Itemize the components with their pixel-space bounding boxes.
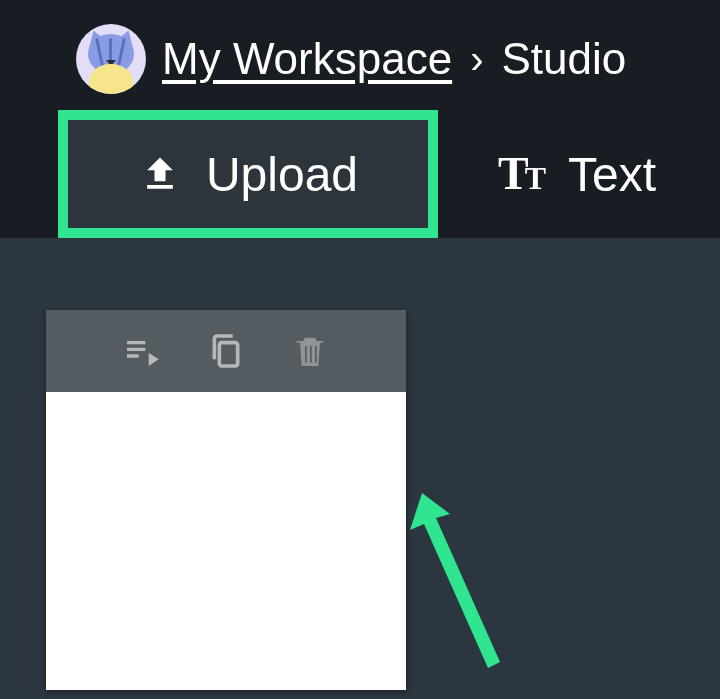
upload-tab-highlight: Upload [58, 110, 438, 238]
svg-marker-1 [410, 493, 500, 668]
content-card[interactable] [46, 310, 406, 690]
tab-upload[interactable]: Upload [68, 120, 428, 228]
breadcrumb: My Workspace › Studio [76, 24, 626, 94]
workspace-avatar[interactable] [76, 24, 146, 94]
upload-icon [138, 152, 182, 196]
text-format-icon: TT [498, 151, 546, 197]
breadcrumb-current: Studio [501, 34, 626, 84]
svg-rect-0 [219, 343, 237, 366]
breadcrumb-separator: › [470, 37, 483, 82]
copy-icon [206, 331, 246, 371]
canvas-area [0, 238, 720, 699]
playlist-play-icon [122, 331, 162, 371]
annotation-arrow-icon [400, 488, 540, 692]
breadcrumb-workspace-link[interactable]: My Workspace [162, 34, 452, 84]
card-body[interactable] [46, 392, 406, 690]
copy-button[interactable] [204, 329, 248, 373]
app-header: My Workspace › Studio Upload TT Text [0, 0, 720, 238]
header-tabs: Upload TT Text [58, 110, 656, 238]
playlist-play-button[interactable] [120, 329, 164, 373]
tab-text-label: Text [568, 147, 656, 202]
delete-button[interactable] [288, 329, 332, 373]
tab-text[interactable]: TT Text [498, 147, 656, 202]
card-toolbar [46, 310, 406, 392]
trash-icon [290, 331, 330, 371]
tab-upload-label: Upload [206, 147, 358, 202]
